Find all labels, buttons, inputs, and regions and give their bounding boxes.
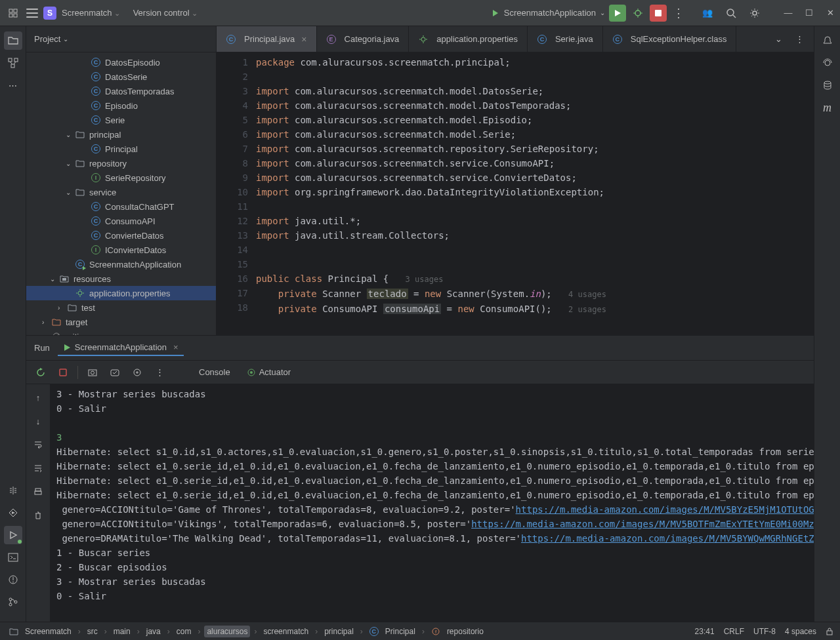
tree-item[interactable]: ›test [26,300,216,315]
maven-icon[interactable]: m [818,98,837,117]
run-config-dropdown[interactable]: ScreenmatchApplication ⌄ [491,8,605,18]
editor-tab[interactable]: CSqlExceptionHelper.class [603,26,737,52]
tree-item[interactable]: CConsultaChatGPT [26,199,216,214]
run-config-tab[interactable]: ScreenmatchApplication × [58,340,184,356]
settings-gear-icon[interactable] [747,5,763,21]
breadcrumb-item[interactable]: CPrincipal [367,626,418,637]
terminal-tool-icon[interactable] [4,548,22,567]
ai-assistant-icon[interactable] [818,54,837,72]
tree-item[interactable]: ›target [26,315,216,329]
hamburger-icon[interactable] [26,9,38,18]
breadcrumb-item[interactable]: src [85,626,100,637]
stop-button[interactable] [650,5,667,22]
close-icon[interactable]: × [173,342,178,352]
editor-tab[interactable]: application.properties [409,26,528,52]
tree-item[interactable]: ⌄principal [26,127,216,142]
close-icon[interactable]: × [301,34,306,45]
minimize-icon[interactable]: — [784,9,793,18]
indent-config[interactable]: 4 spaces [785,627,816,636]
clear-all-icon[interactable] [29,506,47,525]
code-content[interactable]: package com.aluracursos.screenmatch.prin… [256,52,814,335]
svg-rect-45 [35,491,41,494]
project-name-dropdown[interactable]: Screenmatch [62,8,120,18]
breadcrumb-item[interactable]: screenmatch [261,626,311,637]
project-tree[interactable]: CDatosEpisodioCDatosSerieCDatosTemporada… [26,52,216,335]
breadcrumb-item[interactable]: aluracursos [204,626,250,637]
scroll-down-icon[interactable]: ↓ [29,412,47,430]
tree-item[interactable]: ⌄service [26,185,216,199]
svg-rect-11 [655,10,662,16]
tab-list-icon[interactable]: ⌄ [770,31,786,47]
debug-button[interactable] [630,5,646,21]
editor-tabs: CPrincipal.java×ECategoria.javaapplicati… [217,26,814,52]
code-with-me-icon[interactable]: 👥 [700,5,715,21]
tree-item[interactable]: IIConvierteDatos [26,243,216,257]
tree-item[interactable]: CDatosEpisodio [26,55,216,70]
search-icon[interactable] [723,5,739,21]
bookmarks-tool-icon[interactable] [4,481,22,500]
rerun-button[interactable] [33,365,49,380]
close-icon[interactable]: ✕ [826,9,835,18]
tree-item[interactable]: CEpisodio [26,98,216,113]
statusbar: Screenmatch›src›main›java›com›aluracurso… [0,622,840,640]
main-menu-icon[interactable] [5,5,21,21]
services-tool-icon[interactable] [4,504,22,522]
tree-item[interactable]: CDatosTemporadas [26,84,216,98]
breadcrumb-item[interactable]: Screenmatch [7,626,74,637]
run-button[interactable] [609,5,626,22]
print-icon[interactable] [29,483,47,501]
scroll-up-icon[interactable]: ↑ [29,388,47,407]
maximize-icon[interactable]: ☐ [805,9,814,18]
actuator-tab[interactable]: Actuator [242,365,296,380]
code-editor[interactable]: 123456789101112131415161718 package com.… [217,52,814,335]
cursor-position[interactable]: 23:41 [695,627,715,636]
more-tools-icon[interactable]: ⋯ [4,76,22,94]
version-control-dropdown[interactable]: Version control [133,8,198,18]
run-tool-icon[interactable] [4,526,22,544]
console-output[interactable]: 3 - Mostrar series buscadas0 - Salir 3Hi… [50,384,814,622]
tree-item[interactable]: ISerieRepository [26,170,216,185]
titlebar: S Screenmatch Version control Screenmatc… [0,0,840,26]
tree-item[interactable]: CPrincipal [26,142,216,156]
more-actions-icon[interactable]: ⋮ [152,365,167,380]
database-icon[interactable] [818,76,837,94]
git-tool-icon[interactable] [4,593,22,611]
tree-item[interactable]: CConvierteDatos [26,228,216,243]
project-tool-icon[interactable] [4,31,22,50]
tree-item[interactable]: ⌄repository [26,156,216,170]
editor-tab[interactable]: ECategoria.java [317,26,410,52]
more-run-icon[interactable]: ⋮ [671,5,686,21]
breadcrumb-item[interactable]: frepositorio [429,626,486,637]
scroll-to-end-icon[interactable] [29,459,47,477]
more-tabs-icon[interactable]: ⋮ [791,31,807,47]
soft-wrap-icon[interactable] [29,435,47,454]
breadcrumb[interactable]: Screenmatch›src›main›java›com›aluracurso… [7,626,695,637]
tree-item[interactable]: CDatosSerie [26,70,216,84]
chevron-down-icon: ⌄ [600,9,605,16]
thread-dump-icon[interactable] [129,365,145,380]
tree-item[interactable]: .gitignore [26,329,216,335]
editor-tab[interactable]: CPrincipal.java× [217,26,317,52]
editor-tab[interactable]: CSerie.java [528,26,603,52]
breadcrumb-item[interactable]: principal [322,626,356,637]
breadcrumb-item[interactable]: com [174,626,194,637]
project-panel-header[interactable]: Project ⌄ [26,26,216,52]
console-tab[interactable]: Console [194,365,236,380]
screenshot-icon[interactable] [85,365,100,380]
tree-item[interactable]: CConsumoAPI [26,214,216,228]
tree-item[interactable]: CScreenmatchApplication [26,257,216,271]
tree-item[interactable]: CSerie [26,113,216,127]
svg-marker-36 [40,368,43,370]
heap-dump-icon[interactable] [107,365,123,380]
notifications-icon[interactable] [818,31,837,50]
breadcrumb-item[interactable]: java [144,626,163,637]
structure-tool-icon[interactable] [4,54,22,72]
problems-tool-icon[interactable] [4,570,22,589]
file-encoding[interactable]: UTF-8 [753,627,776,636]
readonly-lock-icon[interactable] [826,628,833,635]
stop-button-small[interactable] [55,365,71,380]
tree-item[interactable]: application.properties [26,286,216,300]
tree-item[interactable]: ⌄resources [26,271,216,286]
line-separator[interactable]: CRLF [724,627,744,636]
breadcrumb-item[interactable]: main [111,626,133,637]
